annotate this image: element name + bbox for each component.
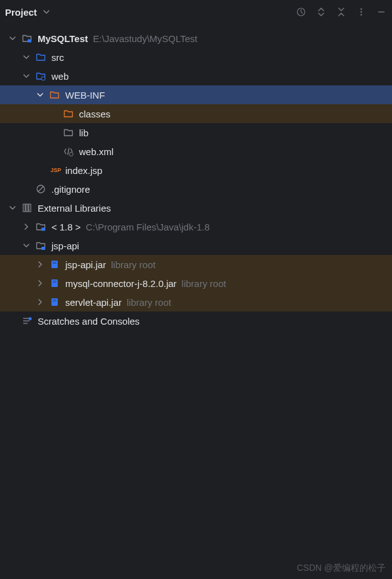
svg-rect-20 (53, 282, 56, 283)
node-label: index.jsp (65, 165, 102, 176)
more-options-icon[interactable] (356, 6, 367, 18)
chevron-right-icon[interactable] (35, 259, 45, 269)
collapse-all-icon[interactable] (336, 6, 347, 18)
tree-node-jsp-api-jar[interactable]: jsp-api.jar library root (0, 255, 392, 274)
tree-node-scratches[interactable]: Scratches and Consoles (0, 311, 392, 330)
folder-icon (49, 89, 60, 100)
tree-node-mysql-connector-jar[interactable]: mysql-connector-j-8.2.0.jar library root (0, 274, 392, 293)
libraries-icon (21, 202, 33, 214)
select-opened-file-icon[interactable] (295, 6, 307, 18)
svg-point-2 (361, 11, 363, 13)
folder-icon (63, 108, 74, 119)
tree-node-external-libraries[interactable]: External Libraries (0, 198, 392, 217)
tree-node-jsp-api[interactable]: jsp-api (0, 236, 392, 255)
svg-rect-11 (26, 204, 28, 212)
chevron-right-icon[interactable] (21, 222, 31, 232)
tree-node-web[interactable]: web (0, 67, 392, 85)
jar-file-icon (49, 296, 60, 308)
jdk-folder-icon (35, 221, 46, 232)
svg-point-6 (41, 77, 45, 80)
xml-file-icon (63, 146, 74, 157)
svg-rect-15 (51, 261, 58, 268)
chevron-down-icon[interactable] (21, 71, 31, 81)
node-label: WEB-INF (65, 90, 105, 100)
jar-file-icon (49, 278, 60, 289)
tree-node-jdk[interactable]: < 1.8 > C:\Program Files\Java\jdk-1.8 (0, 217, 392, 236)
project-tree[interactable]: MySQLTest E:\Javastudy\MySQLTest src web… (0, 24, 392, 330)
jsp-file-icon: JSP (49, 167, 63, 173)
chevron-down-icon[interactable] (35, 90, 45, 100)
web-folder-icon (35, 70, 46, 82)
scratches-icon (21, 315, 33, 327)
chevron-down-icon[interactable] (21, 241, 31, 251)
svg-rect-21 (51, 298, 58, 306)
node-label: External Libraries (38, 203, 111, 214)
svg-rect-13 (41, 228, 45, 231)
tree-node-web-xml[interactable]: web.xml (0, 142, 392, 161)
node-label: classes (79, 109, 110, 119)
node-hint: C:\Program Files\Java\jdk-1.8 (86, 222, 210, 232)
svg-point-27 (29, 317, 32, 320)
svg-rect-23 (53, 301, 56, 301)
tree-node-classes[interactable]: classes (0, 104, 392, 123)
folder-icon (63, 127, 74, 138)
chevron-right-icon[interactable] (35, 297, 45, 307)
node-label: jsp-api.jar (65, 259, 106, 270)
panel-toolbar: Project (0, 0, 392, 24)
chevron-down-icon[interactable] (8, 33, 18, 43)
svg-point-3 (361, 14, 363, 16)
node-label: < 1.8 > (51, 222, 81, 232)
chevron-right-icon[interactable] (35, 278, 45, 288)
svg-point-1 (361, 8, 363, 10)
watermark: CSDN @爱编程的松子 (297, 563, 386, 574)
panel-title-label: Project (5, 7, 37, 18)
svg-rect-10 (23, 204, 25, 212)
panel-title-dropdown[interactable]: Project (5, 6, 57, 18)
node-label: Scratches and Consoles (38, 316, 140, 327)
node-label: lib (79, 127, 88, 138)
tree-node-src[interactable]: src (0, 48, 392, 67)
svg-rect-5 (28, 40, 31, 43)
tree-node-lib[interactable]: lib (0, 123, 392, 142)
chevron-down-icon[interactable] (8, 203, 18, 213)
minimize-icon[interactable] (376, 6, 387, 18)
svg-line-9 (38, 187, 43, 192)
node-label: mysql-connector-j-8.2.0.jar (65, 278, 177, 289)
library-folder-icon (35, 240, 46, 251)
gitignore-file-icon (35, 183, 46, 195)
tree-node-web-inf[interactable]: WEB-INF (0, 85, 392, 104)
svg-rect-12 (29, 204, 31, 212)
svg-rect-16 (53, 262, 56, 262)
node-label: .gitignore (51, 184, 90, 195)
expand-collapse-icon[interactable] (315, 6, 327, 18)
svg-rect-22 (53, 300, 56, 300)
node-label: web (51, 71, 69, 82)
node-hint: library root (182, 278, 226, 289)
source-folder-icon (35, 51, 46, 63)
node-label: src (51, 52, 64, 63)
module-folder-icon (21, 33, 33, 44)
tree-node-project-root[interactable]: MySQLTest E:\Javastudy\MySQLTest (0, 29, 392, 48)
svg-point-7 (70, 153, 73, 156)
node-label: MySQLTest (38, 33, 88, 44)
tree-node-gitignore[interactable]: .gitignore (0, 180, 392, 198)
node-label: web.xml (79, 146, 114, 157)
chevron-down-icon[interactable] (21, 52, 31, 62)
jar-file-icon (49, 259, 60, 270)
tree-node-index-jsp[interactable]: JSP index.jsp (0, 161, 392, 180)
svg-rect-18 (51, 279, 58, 287)
svg-rect-14 (41, 247, 45, 250)
node-hint: library root (127, 297, 171, 308)
node-hint: library root (111, 259, 156, 270)
svg-rect-17 (53, 263, 56, 264)
node-label: jsp-api (51, 241, 79, 251)
node-label: servlet-api.jar (65, 297, 122, 308)
svg-rect-19 (53, 281, 56, 281)
node-hint: E:\Javastudy\MySQLTest (93, 33, 197, 44)
tree-node-servlet-api-jar[interactable]: servlet-api.jar library root (0, 293, 392, 311)
chevron-down-icon (41, 6, 52, 18)
